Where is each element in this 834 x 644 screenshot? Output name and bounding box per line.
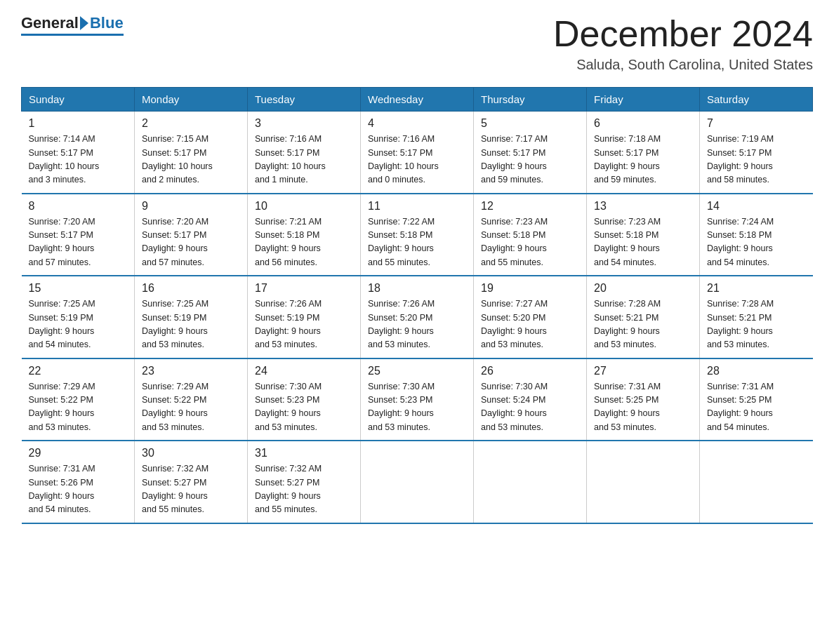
logo-arrow-icon: [80, 16, 88, 30]
day-info: Sunrise: 7:16 AM Sunset: 5:17 PM Dayligh…: [255, 133, 353, 187]
calendar-day-cell: 10Sunrise: 7:21 AM Sunset: 5:18 PM Dayli…: [248, 194, 361, 276]
calendar-day-cell: [700, 441, 813, 523]
location-text: Saluda, South Carolina, United States: [553, 57, 813, 73]
day-info: Sunrise: 7:28 AM Sunset: 5:21 PM Dayligh…: [594, 297, 692, 352]
calendar-day-cell: 24Sunrise: 7:30 AM Sunset: 5:23 PM Dayli…: [248, 358, 361, 441]
day-info: Sunrise: 7:31 AM Sunset: 5:25 PM Dayligh…: [594, 380, 692, 435]
day-info: Sunrise: 7:32 AM Sunset: 5:27 PM Dayligh…: [255, 462, 353, 517]
day-number: 31: [255, 447, 353, 459]
day-info: Sunrise: 7:28 AM Sunset: 5:21 PM Dayligh…: [707, 297, 806, 352]
day-info: Sunrise: 7:23 AM Sunset: 5:18 PM Dayligh…: [481, 215, 579, 270]
day-info: Sunrise: 7:25 AM Sunset: 5:19 PM Dayligh…: [142, 297, 240, 352]
calendar-day-cell: [361, 441, 474, 523]
day-info: Sunrise: 7:31 AM Sunset: 5:25 PM Dayligh…: [707, 380, 806, 435]
day-number: 1: [29, 117, 128, 130]
day-number: 21: [707, 282, 806, 295]
day-of-week-header: Thursday: [474, 88, 587, 112]
calendar-day-cell: 15Sunrise: 7:25 AM Sunset: 5:19 PM Dayli…: [22, 276, 135, 358]
calendar-table: SundayMondayTuesdayWednesdayThursdayFrid…: [21, 87, 813, 524]
day-number: 11: [368, 200, 466, 213]
day-info: Sunrise: 7:25 AM Sunset: 5:19 PM Dayligh…: [29, 297, 128, 352]
day-number: 24: [255, 365, 353, 377]
calendar-week-row: 1Sunrise: 7:14 AM Sunset: 5:17 PM Daylig…: [22, 112, 813, 194]
calendar-day-cell: 30Sunrise: 7:32 AM Sunset: 5:27 PM Dayli…: [135, 441, 248, 523]
day-of-week-header: Tuesday: [248, 88, 361, 112]
calendar-week-row: 15Sunrise: 7:25 AM Sunset: 5:19 PM Dayli…: [22, 276, 813, 358]
calendar-day-cell: [474, 441, 587, 523]
day-of-week-header: Saturday: [700, 88, 813, 112]
day-number: 6: [594, 117, 692, 130]
calendar-day-cell: 1Sunrise: 7:14 AM Sunset: 5:17 PM Daylig…: [22, 112, 135, 194]
calendar-day-cell: 13Sunrise: 7:23 AM Sunset: 5:18 PM Dayli…: [587, 194, 700, 276]
day-info: Sunrise: 7:20 AM Sunset: 5:17 PM Dayligh…: [142, 215, 240, 270]
day-number: 28: [707, 365, 806, 377]
day-number: 30: [142, 447, 240, 459]
calendar-day-cell: 23Sunrise: 7:29 AM Sunset: 5:22 PM Dayli…: [135, 358, 248, 441]
day-info: Sunrise: 7:29 AM Sunset: 5:22 PM Dayligh…: [29, 380, 128, 435]
day-info: Sunrise: 7:14 AM Sunset: 5:17 PM Dayligh…: [29, 133, 128, 187]
calendar-day-cell: 12Sunrise: 7:23 AM Sunset: 5:18 PM Dayli…: [474, 194, 587, 276]
day-info: Sunrise: 7:26 AM Sunset: 5:19 PM Dayligh…: [255, 297, 353, 352]
calendar-week-row: 8Sunrise: 7:20 AM Sunset: 5:17 PM Daylig…: [22, 194, 813, 276]
calendar-day-cell: 14Sunrise: 7:24 AM Sunset: 5:18 PM Dayli…: [700, 194, 813, 276]
calendar-day-cell: 25Sunrise: 7:30 AM Sunset: 5:23 PM Dayli…: [361, 358, 474, 441]
day-info: Sunrise: 7:30 AM Sunset: 5:23 PM Dayligh…: [368, 380, 466, 435]
day-info: Sunrise: 7:26 AM Sunset: 5:20 PM Dayligh…: [368, 297, 466, 352]
logo-underline: [21, 34, 124, 36]
day-number: 15: [29, 282, 128, 295]
calendar-day-cell: 2Sunrise: 7:15 AM Sunset: 5:17 PM Daylig…: [135, 112, 248, 194]
day-number: 12: [481, 200, 579, 213]
calendar-day-cell: 27Sunrise: 7:31 AM Sunset: 5:25 PM Dayli…: [587, 358, 700, 441]
calendar-day-cell: 9Sunrise: 7:20 AM Sunset: 5:17 PM Daylig…: [135, 194, 248, 276]
calendar-day-cell: 21Sunrise: 7:28 AM Sunset: 5:21 PM Dayli…: [700, 276, 813, 358]
day-number: 29: [29, 447, 128, 459]
calendar-week-row: 22Sunrise: 7:29 AM Sunset: 5:22 PM Dayli…: [22, 358, 813, 441]
day-number: 20: [594, 282, 692, 295]
day-number: 7: [707, 117, 806, 130]
day-number: 4: [368, 117, 466, 130]
day-number: 27: [594, 365, 692, 377]
day-info: Sunrise: 7:21 AM Sunset: 5:18 PM Dayligh…: [255, 215, 353, 270]
calendar-day-cell: 28Sunrise: 7:31 AM Sunset: 5:25 PM Dayli…: [700, 358, 813, 441]
day-info: Sunrise: 7:32 AM Sunset: 5:27 PM Dayligh…: [142, 462, 240, 517]
logo: General Blue: [21, 14, 124, 36]
calendar-day-cell: 3Sunrise: 7:16 AM Sunset: 5:17 PM Daylig…: [248, 112, 361, 194]
day-info: Sunrise: 7:30 AM Sunset: 5:23 PM Dayligh…: [255, 380, 353, 435]
calendar-day-cell: 22Sunrise: 7:29 AM Sunset: 5:22 PM Dayli…: [22, 358, 135, 441]
calendar-day-cell: 8Sunrise: 7:20 AM Sunset: 5:17 PM Daylig…: [22, 194, 135, 276]
day-info: Sunrise: 7:22 AM Sunset: 5:18 PM Dayligh…: [368, 215, 466, 270]
day-info: Sunrise: 7:19 AM Sunset: 5:17 PM Dayligh…: [707, 133, 806, 187]
day-info: Sunrise: 7:18 AM Sunset: 5:17 PM Dayligh…: [594, 133, 692, 187]
calendar-day-cell: 31Sunrise: 7:32 AM Sunset: 5:27 PM Dayli…: [248, 441, 361, 523]
day-number: 8: [29, 200, 128, 213]
day-info: Sunrise: 7:20 AM Sunset: 5:17 PM Dayligh…: [29, 215, 128, 270]
day-number: 16: [142, 282, 240, 295]
calendar-day-cell: [587, 441, 700, 523]
calendar-day-cell: 7Sunrise: 7:19 AM Sunset: 5:17 PM Daylig…: [700, 112, 813, 194]
calendar-week-row: 29Sunrise: 7:31 AM Sunset: 5:26 PM Dayli…: [22, 441, 813, 523]
day-info: Sunrise: 7:31 AM Sunset: 5:26 PM Dayligh…: [29, 462, 128, 517]
day-number: 17: [255, 282, 353, 295]
calendar-day-cell: 6Sunrise: 7:18 AM Sunset: 5:17 PM Daylig…: [587, 112, 700, 194]
calendar-day-cell: 4Sunrise: 7:16 AM Sunset: 5:17 PM Daylig…: [361, 112, 474, 194]
day-number: 5: [481, 117, 579, 130]
day-number: 22: [29, 365, 128, 377]
day-number: 3: [255, 117, 353, 130]
month-title: December 2024: [553, 14, 813, 54]
day-of-week-header: Wednesday: [361, 88, 474, 112]
day-info: Sunrise: 7:29 AM Sunset: 5:22 PM Dayligh…: [142, 380, 240, 435]
day-info: Sunrise: 7:27 AM Sunset: 5:20 PM Dayligh…: [481, 297, 579, 352]
calendar-day-cell: 17Sunrise: 7:26 AM Sunset: 5:19 PM Dayli…: [248, 276, 361, 358]
logo-general-text: General: [21, 14, 79, 32]
calendar-day-cell: 11Sunrise: 7:22 AM Sunset: 5:18 PM Dayli…: [361, 194, 474, 276]
day-info: Sunrise: 7:23 AM Sunset: 5:18 PM Dayligh…: [594, 215, 692, 270]
day-number: 18: [368, 282, 466, 295]
day-number: 13: [594, 200, 692, 213]
calendar-day-cell: 16Sunrise: 7:25 AM Sunset: 5:19 PM Dayli…: [135, 276, 248, 358]
day-number: 14: [707, 200, 806, 213]
day-info: Sunrise: 7:16 AM Sunset: 5:17 PM Dayligh…: [368, 133, 466, 187]
day-of-week-header: Monday: [135, 88, 248, 112]
day-info: Sunrise: 7:24 AM Sunset: 5:18 PM Dayligh…: [707, 215, 806, 270]
logo-blue-text: Blue: [90, 14, 124, 32]
day-number: 2: [142, 117, 240, 130]
